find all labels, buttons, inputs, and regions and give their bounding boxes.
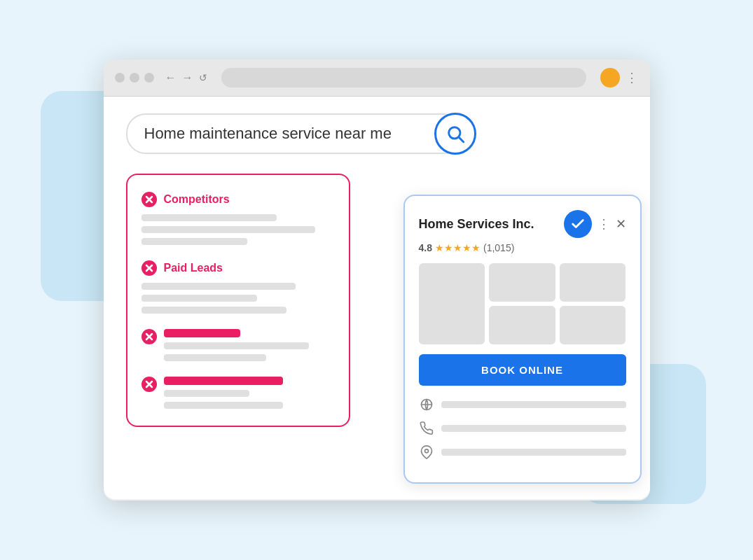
competitors-label: Competitors [164,193,230,206]
hs-title: Home Services Inc. [419,217,534,232]
phone-line [441,425,626,432]
hs-menu-dots[interactable]: ⋮ [597,216,610,232]
review-count: (1,015) [483,242,514,253]
user-avatar [600,68,620,88]
red-section-1 [141,329,335,361]
red-section-1-lines [164,329,335,361]
stars: ★★★★★ [435,242,481,253]
hs-header: Home Services Inc. ⋮ ✕ [419,210,626,238]
competitors-card: Competitors [126,174,350,427]
competitors-x-icon [141,192,157,207]
line [164,354,266,361]
red-section-2-x-icon [141,377,157,392]
image-cell-main [419,263,485,344]
line [164,342,309,349]
image-cell-5 [560,306,626,344]
website-line [441,401,626,408]
traffic-light-2 [130,73,139,83]
home-services-card: Home Services Inc. ⋮ ✕ 4.8 [403,195,642,484]
book-online-button[interactable]: BOOK ONLINE [419,354,626,386]
verified-badge [564,210,592,238]
traffic-lights [115,73,154,83]
traffic-light-3 [144,73,154,83]
browser-content: Competitors [104,97,650,499]
competitors-section: Competitors [141,192,335,245]
address-bar[interactable] [221,68,586,88]
red-line [164,377,284,385]
paid-leads-section: Paid Leads [141,260,335,314]
browser-window: ← → ↺ ⋮ [104,59,650,500]
traffic-light-1 [115,73,125,83]
svg-line-1 [459,137,463,141]
red-section-2-lines [164,377,335,409]
forward-button[interactable]: → [182,71,193,84]
search-icon-circle[interactable] [434,113,476,155]
browser-menu-dots[interactable]: ⋮ [626,70,639,85]
location-line [441,449,626,456]
search-bar-row [126,113,628,154]
checkmark-icon [570,216,586,232]
location-info-row [419,444,626,460]
nav-buttons: ← → ↺ [165,71,207,84]
search-icon [445,124,465,144]
globe-icon [419,397,434,412]
paid-leads-label: Paid Leads [164,262,223,274]
phone-info-row [419,421,626,436]
line [141,295,258,302]
image-cell-2 [489,263,555,302]
back-button[interactable]: ← [165,71,177,84]
line [141,226,315,233]
paid-leads-lines [141,283,335,314]
red-line [164,329,241,337]
svg-point-15 [424,449,428,453]
image-grid [419,263,626,344]
line [141,238,248,245]
rating-value: 4.8 [419,242,432,253]
paid-leads-x-icon [141,260,157,276]
line [141,307,286,314]
hs-close-button[interactable]: ✕ [616,216,626,232]
red-section-1-x-icon [141,329,157,344]
line [141,214,277,221]
browser-menu: ⋮ [600,68,639,88]
red-section-2 [141,377,335,409]
scene: ← → ↺ ⋮ [62,35,692,525]
paid-leads-title-row: Paid Leads [141,260,335,276]
phone-icon [419,421,434,436]
website-info-row [419,397,626,412]
search-input[interactable] [126,113,462,154]
location-icon [419,444,434,460]
cards-row: Competitors [126,174,628,427]
line [164,390,249,397]
image-cell-4 [489,306,555,344]
line [141,283,296,290]
image-cell-3 [560,263,626,302]
line [164,402,284,409]
hs-rating: 4.8 ★★★★★ (1,015) [419,242,626,253]
browser-chrome: ← → ↺ ⋮ [104,59,650,97]
reload-button[interactable]: ↺ [199,72,207,83]
competitors-title-row: Competitors [141,192,335,207]
competitors-lines [141,214,335,245]
hs-header-right: ⋮ ✕ [564,210,626,238]
